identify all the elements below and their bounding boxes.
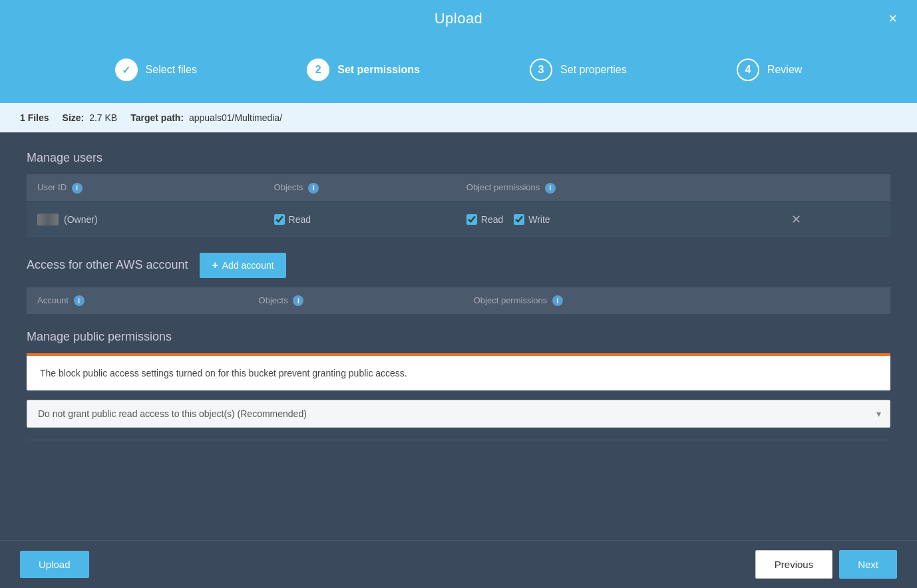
col-objects: Objects i [264,174,456,202]
accounts-table: Account i Objects i Object permissions i [27,287,890,315]
user-owner-label: (Owner) [64,214,98,225]
modal-header: Upload × ✓ Select files 2 Set permission… [0,0,917,103]
manage-public-title: Manage public permissions [27,330,890,344]
step-1-label: Select files [146,64,197,76]
col-account-actions [821,287,890,315]
perm-read-label: Read [481,214,503,225]
public-access-dropdown[interactable]: Do not grant public read access to this … [27,400,890,428]
col-account-perms: Object permissions i [463,287,822,315]
step-select-files[interactable]: ✓ Select files [115,59,197,81]
footer-divider [27,440,890,440]
account-info-icon[interactable]: i [74,295,85,306]
access-other-section: Access for other AWS account + Add accou… [27,253,890,315]
previous-button[interactable]: Previous [755,550,832,579]
add-account-button[interactable]: + Add account [200,253,285,278]
main-content: Manage users User ID i Objects i Objec [0,132,917,540]
manage-users-section: Manage users User ID i Objects i Objec [27,151,890,237]
steps-bar: ✓ Select files 2 Set permissions 3 Set p… [20,37,897,103]
step-review[interactable]: 4 Review [737,59,802,81]
perm-write-checkbox[interactable] [514,214,524,225]
objects-cell: Read [264,202,456,237]
step-2-circle: 2 [307,59,329,81]
upload-button[interactable]: Upload [20,551,89,578]
step-2-label: Set permissions [337,64,420,76]
modal-title: Upload [435,10,483,27]
target-value: appuals01/Multimedia/ [189,112,282,123]
close-button[interactable]: × [888,11,897,26]
perm-write-label: Write [528,214,550,225]
account-perms-info-icon[interactable]: i [552,295,563,306]
objects-read-checkbox[interactable] [274,214,285,225]
manage-public-section: Manage public permissions The block publ… [27,330,890,428]
step-set-permissions[interactable]: 2 Set permissions [307,59,420,81]
user-id-cell: (Owner) [27,202,264,237]
step-3-label: Set properties [560,64,627,76]
add-account-label: Add account [222,260,274,271]
object-perms-info-icon[interactable]: i [545,183,556,194]
col-user-id: User ID i [27,174,264,202]
delete-user-button[interactable]: ✕ [787,211,805,228]
upload-modal: Upload × ✓ Select files 2 Set permission… [0,0,917,588]
table-row: (Owner) Read [27,202,890,237]
size-label: Size: 2.7 KB [63,112,118,123]
size-value: 2.7 KB [89,112,117,123]
public-access-dropdown-wrapper: Do not grant public read access to this … [27,400,890,428]
next-button[interactable]: Next [839,550,897,579]
objects-info-icon[interactable]: i [308,183,319,194]
info-bar: 1 Files Size: 2.7 KB Target path: appual… [0,103,917,132]
step-3-circle: 3 [530,59,552,81]
account-objects-info-icon[interactable]: i [293,295,303,306]
manage-users-title: Manage users [27,151,890,165]
user-id-info-icon[interactable]: i [72,183,83,194]
public-warning-box: The block public access settings turned … [27,353,890,390]
files-count: 1 Files [20,112,49,123]
plus-icon: + [212,259,218,271]
step-4-circle: 4 [737,59,759,81]
access-header: Access for other AWS account + Add accou… [27,253,890,278]
step-set-properties[interactable]: 3 Set properties [530,59,627,81]
title-bar: Upload × [20,0,897,37]
size-label-text: Size: [63,112,85,123]
col-account-objects: Objects i [248,287,463,315]
step-1-circle: ✓ [115,59,138,81]
footer-nav-buttons: Previous Next [755,550,897,579]
public-warning-text: The block public access settings turned … [40,368,407,378]
object-perms-cell: Read Write [456,202,777,237]
modal-footer: Upload Previous Next [0,540,917,588]
col-account: Account i [27,287,248,315]
step-4-label: Review [767,64,802,76]
users-table: User ID i Objects i Object permissions i [27,174,890,237]
delete-cell: ✕ [777,202,890,237]
access-other-title: Access for other AWS account [27,258,188,272]
objects-read-label: Read [289,214,311,225]
perm-read-checkbox[interactable] [466,214,477,225]
user-avatar [37,214,59,225]
target-label-text: Target path: [130,112,184,123]
col-actions [777,174,890,202]
col-object-perms: Object permissions i [456,174,777,202]
target-path: Target path: appuals01/Multimedia/ [130,112,282,123]
